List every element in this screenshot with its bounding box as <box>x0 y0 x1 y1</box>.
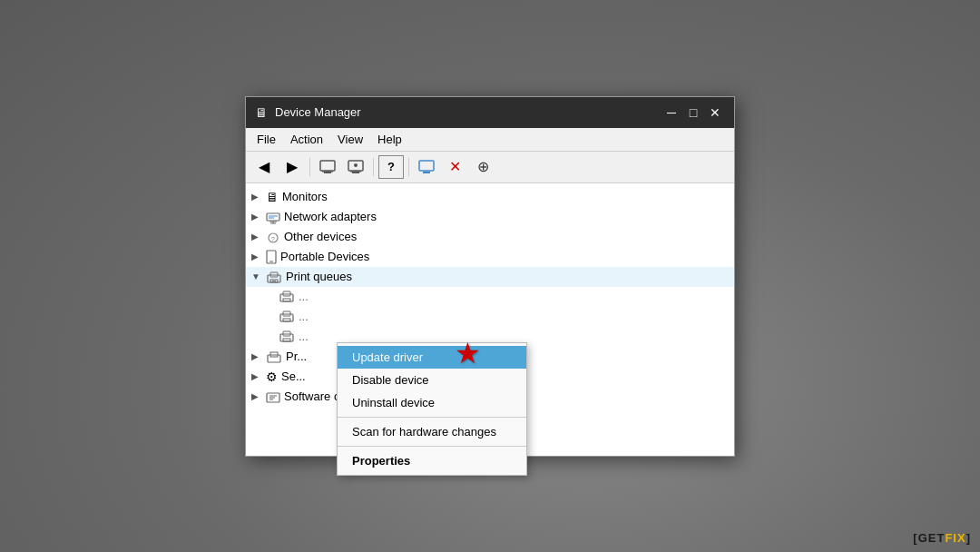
print-child-3-label: ... <box>299 330 309 343</box>
tree-item-portable-devices[interactable]: ▶ Portable Devices <box>246 247 734 267</box>
menu-view[interactable]: View <box>330 130 370 149</box>
device-manager-window: 🖥 Device Manager ─ □ ✕ File Action View … <box>245 96 735 457</box>
se-icon: ⚙ <box>266 370 278 384</box>
print-child-3-icon <box>279 330 295 344</box>
other-devices-icon: ? <box>266 229 280 243</box>
tree-item-monitors[interactable]: ▶ 🖥 Monitors <box>246 187 734 207</box>
tree-item-print-queues[interactable]: ▼ Print queues <box>246 267 734 287</box>
svg-rect-7 <box>419 161 434 171</box>
watermark-fix: FIX <box>945 531 965 545</box>
svg-rect-9 <box>267 213 279 221</box>
watermark: [GETFIX] <box>913 531 971 545</box>
print-child-1[interactable]: ... <box>279 287 734 307</box>
svg-point-6 <box>354 163 358 167</box>
print-child-2-icon <box>279 310 295 324</box>
monitors-label: Monitors <box>282 190 328 203</box>
print-children: ... ... <box>246 287 734 347</box>
tree-item-other-devices[interactable]: ▶ ? Other devices <box>246 227 734 247</box>
svg-rect-28 <box>283 319 290 321</box>
context-menu-update-driver[interactable]: Update driver <box>338 346 526 369</box>
download-button[interactable]: ⊕ <box>470 155 495 179</box>
svg-rect-29 <box>280 334 293 341</box>
context-menu-separator-1 <box>338 417 526 418</box>
watermark-get: GET <box>918 531 946 545</box>
svg-rect-8 <box>423 172 430 173</box>
expand-arrow-pr: ▶ <box>251 351 266 361</box>
expand-arrow-monitors: ▶ <box>251 192 266 202</box>
portable-devices-label: Portable Devices <box>280 250 369 263</box>
context-menu-disable-device[interactable]: Disable device <box>338 369 526 391</box>
toolbar: ◀ ▶ ? ✕ ⊕ <box>246 152 734 183</box>
close-button[interactable]: ✕ <box>705 103 725 123</box>
monitors-icon: 🖥 <box>266 190 279 204</box>
window-icon: 🖥 <box>255 105 268 120</box>
network-icon <box>266 209 280 223</box>
minimize-button[interactable]: ─ <box>662 103 681 123</box>
print-child-1-label: ... <box>299 290 309 303</box>
other-devices-label: Other devices <box>284 230 357 243</box>
back-button[interactable]: ◀ <box>251 155 277 179</box>
expand-arrow-portable: ▶ <box>251 251 266 261</box>
svg-rect-25 <box>283 299 290 301</box>
computer-button[interactable] <box>315 155 340 179</box>
expand-arrow-software: ▶ <box>251 391 266 401</box>
device-button[interactable] <box>414 155 439 179</box>
menu-bar: File Action View Help <box>246 128 734 152</box>
window-title: Device Manager <box>275 105 654 119</box>
title-bar: 🖥 Device Manager ─ □ ✕ <box>246 97 734 128</box>
portable-devices-icon <box>266 249 277 264</box>
network-adapters-label: Network adapters <box>284 210 377 223</box>
software-icon <box>266 389 280 403</box>
watermark-bracket-right: ] <box>966 531 971 545</box>
expand-arrow-network: ▶ <box>251 212 266 222</box>
forward-button[interactable]: ▶ <box>279 155 305 179</box>
context-menu: Update driver Disable device Uninstall d… <box>337 342 527 476</box>
pr-label: Pr... <box>286 350 307 363</box>
svg-text:?: ? <box>271 235 276 243</box>
menu-action[interactable]: Action <box>283 130 330 149</box>
disable-button[interactable]: ✕ <box>442 155 467 179</box>
context-menu-separator-2 <box>338 446 526 447</box>
properties-button[interactable] <box>343 155 368 179</box>
print-queues-label: Print queues <box>286 270 352 283</box>
menu-help[interactable]: Help <box>370 130 409 149</box>
tree-item-network-adapters[interactable]: ▶ Network adapters <box>246 207 734 227</box>
expand-arrow-se: ▶ <box>251 371 266 381</box>
print-child-2-label: ... <box>299 310 309 323</box>
print-queues-icon <box>266 269 282 283</box>
toolbar-separator-3 <box>408 158 409 176</box>
svg-rect-23 <box>280 294 293 301</box>
pr-icon <box>266 349 282 363</box>
menu-file[interactable]: File <box>250 130 283 149</box>
context-menu-uninstall-device[interactable]: Uninstall device <box>338 391 526 414</box>
expand-arrow-other: ▶ <box>251 232 266 242</box>
print-child-1-icon <box>279 290 295 304</box>
help-button[interactable]: ? <box>378 155 404 179</box>
context-menu-properties[interactable]: Properties <box>338 449 526 472</box>
window-controls: ─ □ ✕ <box>662 103 725 123</box>
print-child-2[interactable]: ... <box>279 307 734 327</box>
se-label: Se... <box>281 370 306 383</box>
toolbar-separator-2 <box>373 158 374 176</box>
toolbar-separator-1 <box>309 158 310 176</box>
svg-rect-26 <box>280 314 293 321</box>
svg-rect-0 <box>320 161 335 171</box>
context-menu-scan[interactable]: Scan for hardware changes <box>338 420 526 443</box>
svg-rect-31 <box>283 339 290 341</box>
expand-arrow-print: ▼ <box>251 271 266 281</box>
svg-rect-32 <box>268 355 280 362</box>
maximize-button[interactable]: □ <box>683 103 703 123</box>
tree-view: ▶ 🖥 Monitors ▶ Network adapters ▶ <box>246 183 734 456</box>
